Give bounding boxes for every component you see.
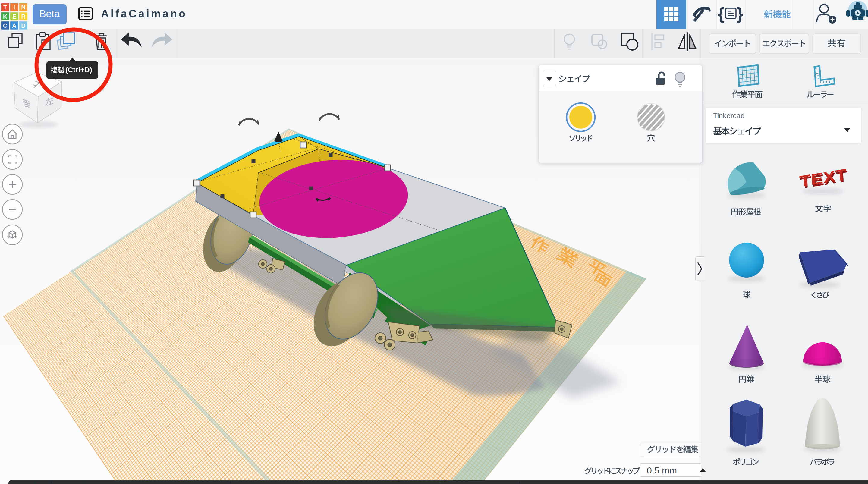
svg-text:(Ctrl+D): (Ctrl+D)	[65, 66, 92, 74]
svg-text:TEXT: TEXT	[799, 165, 847, 190]
